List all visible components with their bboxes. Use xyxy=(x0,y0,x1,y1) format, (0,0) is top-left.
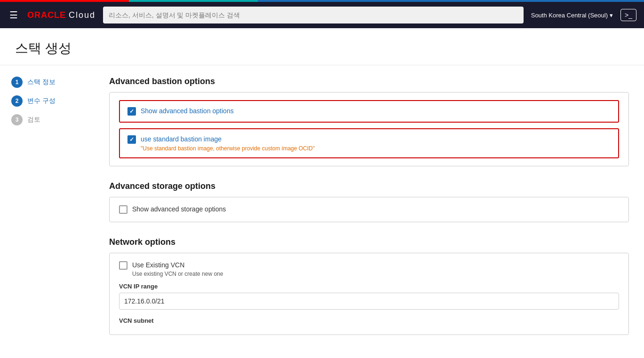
content-area: Advanced bastion options ✓ xyxy=(94,77,644,350)
step-3[interactable]: 3 검토 xyxy=(11,114,83,125)
use-existing-vcn-content: Use Existing VCN Use existing VCN or cre… xyxy=(132,261,619,278)
network-section: Network options Use Existing VCN Use exi… xyxy=(109,237,629,335)
vcn-subnet-label: VCN subnet xyxy=(119,317,619,324)
region-chevron-icon: ▾ xyxy=(610,12,613,19)
bastion-section-title: Advanced bastion options xyxy=(109,77,629,86)
region-selector[interactable]: South Korea Central (Seoul) ▾ xyxy=(531,12,613,19)
use-standard-bastion-label: use standard bastion image xyxy=(141,135,222,143)
use-existing-vcn-row: Use Existing VCN Use existing VCN or cre… xyxy=(119,261,619,278)
main-layout: 1 스택 정보 2 변수 구성 3 검토 Advanced bastion xyxy=(0,65,644,358)
global-search-input[interactable] xyxy=(103,7,524,23)
use-standard-bastion-checkbox-wrapper[interactable]: ✓ xyxy=(127,135,136,144)
storage-section-title: Advanced storage options xyxy=(109,181,629,191)
vcn-ip-range-group: VCN IP range xyxy=(119,283,619,310)
step-1-label: 스택 정보 xyxy=(27,78,56,86)
menu-icon[interactable]: ☰ xyxy=(8,8,20,23)
vcn-ip-range-label: VCN IP range xyxy=(119,283,619,290)
use-existing-vcn-checkbox-wrapper[interactable] xyxy=(119,261,127,270)
page-title: 스택 생성 xyxy=(15,39,629,57)
show-advanced-bastion-checkbox-wrapper[interactable]: ✓ xyxy=(127,107,136,116)
network-section-box: Use Existing VCN Use existing VCN or cre… xyxy=(109,253,629,335)
cloud-text: Cloud xyxy=(69,10,95,20)
bastion-section-box: ✓ Show advanced bastion options xyxy=(109,92,629,166)
vcn-ip-range-input[interactable] xyxy=(119,293,619,310)
storage-section: Advanced storage options Show advanced s… xyxy=(109,181,629,222)
use-standard-bastion-row: ✓ use standard bastion image "Use standa… xyxy=(127,135,611,152)
use-existing-vcn-desc: Use existing VCN or create new one xyxy=(132,271,619,277)
network-section-title: Network options xyxy=(109,237,629,247)
page-title-bar: 스택 생성 xyxy=(0,28,644,65)
use-standard-bastion-desc: "Use standard bastion image, otherwise p… xyxy=(141,145,611,152)
bastion-section: Advanced bastion options ✓ xyxy=(109,77,629,166)
show-advanced-storage-label: Show advanced storage options xyxy=(132,205,226,213)
use-existing-vcn-label: Use Existing VCN xyxy=(132,261,184,269)
region-label: South Korea Central (Seoul) xyxy=(531,12,608,19)
step-3-label: 검토 xyxy=(27,116,40,124)
step-2[interactable]: 2 변수 구성 xyxy=(11,95,83,107)
oracle-text: ORACLE xyxy=(27,10,66,20)
show-advanced-bastion-content: Show advanced bastion options xyxy=(141,107,611,116)
oracle-logo: ORACLE Cloud xyxy=(27,10,95,20)
step-1-badge: 1 xyxy=(11,77,23,88)
show-advanced-bastion-label: Show advanced bastion options xyxy=(141,107,234,115)
show-advanced-storage-checkbox-wrapper[interactable] xyxy=(119,205,127,214)
show-advanced-bastion-row: ✓ Show advanced bastion options xyxy=(127,107,611,116)
show-advanced-storage-content: Show advanced storage options xyxy=(132,205,619,214)
step-2-badge: 2 xyxy=(11,95,23,107)
step-2-label: 변수 구성 xyxy=(27,97,56,105)
cloud-shell-button[interactable]: >_ xyxy=(620,9,636,21)
show-advanced-storage-row: Show advanced storage options xyxy=(119,205,619,214)
show-advanced-bastion-highlight: ✓ Show advanced bastion options xyxy=(119,100,619,123)
use-standard-bastion-content: use standard bastion image "Use standard… xyxy=(141,135,611,152)
storage-section-box: Show advanced storage options xyxy=(109,197,629,222)
steps-sidebar: 1 스택 정보 2 변수 구성 3 검토 xyxy=(0,77,94,350)
header: ☰ ORACLE Cloud South Korea Central (Seou… xyxy=(0,2,644,28)
use-standard-bastion-highlight: ✓ use standard bastion image "Use standa… xyxy=(119,128,619,159)
step-3-badge: 3 xyxy=(11,114,23,125)
step-1[interactable]: 1 스택 정보 xyxy=(11,77,83,88)
